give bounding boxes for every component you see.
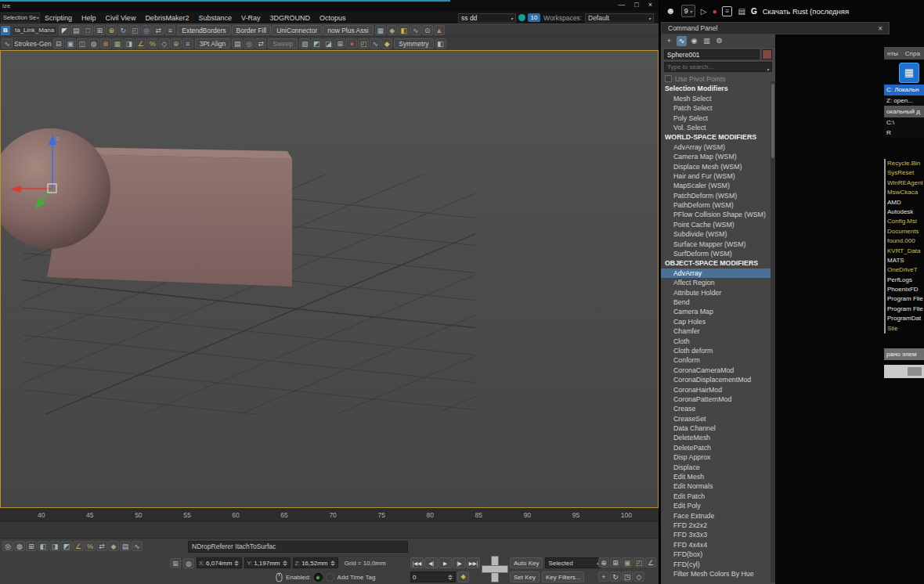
snap-25d-icon[interactable]: ◨ [49,541,60,551]
search-input[interactable] [461,14,502,22]
key-filters-button[interactable]: Key Filters... [542,571,584,582]
modifier-list-item[interactable]: Displace Mesh (WSM) [661,162,775,171]
close-button[interactable]: × [648,1,652,9]
percent-tool-icon[interactable]: % [147,38,158,49]
modifier-list-item[interactable]: Vol. Select [661,123,775,132]
modify-tab-icon[interactable]: ∿ [677,36,687,46]
close-icon[interactable]: × [878,24,882,33]
symmetry-z-icon[interactable]: ◪ [323,38,334,49]
user-icon[interactable]: ☻ [666,5,676,16]
modifier-list-item[interactable]: Camera Map (WSM) [661,152,775,161]
folder-item[interactable]: Program File [887,294,924,304]
symmetry-x-icon[interactable]: ▧ [299,38,310,49]
window-crossing-icon[interactable]: ⊞ [94,25,105,35]
clone-align-icon[interactable]: ⇄ [255,38,266,49]
select-object-icon[interactable]: ◤ [59,25,70,35]
modifier-list-item[interactable]: PatchDeform (WSM) [661,191,775,200]
modifier-list-item[interactable]: Surface Mapper (WSM) [661,240,775,249]
percent-snap-icon[interactable]: % [85,541,96,551]
modifier-list-item[interactable]: CoronaDisplacementMod [661,375,775,384]
explorer-row[interactable]: окальный д [884,106,924,117]
folder-item[interactable]: WinREAgent [887,178,924,188]
folder-item[interactable]: OneDriveT [887,265,924,275]
attach-icon[interactable]: ⊕ [171,38,182,49]
modifier-list-item[interactable]: WORLD-SPACE MODIFIERS [661,132,775,142]
create-tab-icon[interactable]: + [664,36,674,46]
utilities-tab-icon[interactable]: ⚙ [714,36,724,46]
border-fill-button[interactable]: Border Fill [232,25,272,35]
layer-explorer-icon[interactable]: ▦ [375,25,386,35]
modifier-search-combo[interactable] [664,62,772,72]
sweep-button[interactable]: Sweep [268,38,298,49]
absolute-mode-icon[interactable]: ⊞ [26,541,37,551]
folder-item[interactable]: Recycle.Bin [887,159,924,168]
modifier-list-item[interactable]: Point Cache (WSM) [661,220,775,229]
modifier-list-item[interactable]: FFD 3x3x3 [661,530,775,539]
schematic-view-icon[interactable]: ⊙ [422,25,433,35]
angle-tool-icon[interactable]: ∠ [135,38,146,49]
transform-typein-icon[interactable]: ⊞ [170,558,181,568]
modifier-list-item[interactable]: PFlow Collision Shape (WSM) [661,210,775,219]
task-list-icon[interactable]: ≡ [722,6,732,16]
three-point-align-button[interactable]: 3Pt Align [195,38,231,49]
viewport-canvas[interactable]: z [1,51,658,507]
collapse-icon[interactable]: ◆ [381,38,392,49]
perspective-viewport[interactable]: z [0,50,659,508]
modifier-list-item[interactable]: DeletePatch [661,443,775,452]
explorer-row[interactable]: R [884,128,924,138]
orbit-icon[interactable]: ↻ [610,571,621,582]
explorer-row[interactable]: C:\ [884,117,924,128]
modifier-list-item[interactable]: Attribute Holder [661,288,775,297]
maximize-button[interactable]: □ [634,1,638,9]
snap-3d-icon[interactable]: ◩ [61,541,72,551]
modifier-list-item[interactable]: Data Channel [661,424,775,433]
normal-align-icon[interactable]: ▤ [232,38,243,49]
modifier-list-item[interactable]: SurfDeform (WSM) [661,249,775,258]
modifier-list-item[interactable]: Cloth [661,337,775,346]
menu-3dground[interactable]: 3DGROUND [265,12,315,23]
motion-tab-icon[interactable]: ◉ [689,36,699,46]
modifier-list-item[interactable]: Hair and Fur (WSM) [661,171,775,181]
modifier-list-item[interactable]: DeleteMesh [661,433,775,442]
previous-frame-button[interactable]: ◀| [424,557,438,568]
add-time-tag-button[interactable]: Add Time Tag [337,574,376,581]
y-coordinate-field[interactable]: Y: 1,197mm [244,557,290,568]
modifier-search-input[interactable] [667,63,757,70]
coordinate-lock-icon[interactable]: ◍ [183,558,194,568]
send-icon[interactable]: ▷ [701,7,707,16]
menu-octopus[interactable]: Octopus [315,12,351,23]
modifier-list-item[interactable]: Bend [661,297,775,307]
modifier-list-item[interactable]: Mesh Select [661,94,775,103]
extrude-icon[interactable]: ▣ [65,38,76,49]
folder-item[interactable]: MATS [887,256,924,265]
menu-substance[interactable]: Substance [193,12,236,23]
grid-tool-icon[interactable]: ▦ [112,38,123,49]
y-spinner[interactable] [282,558,288,568]
go-to-start-button[interactable]: |◀◀ [410,557,424,568]
display-tab-icon[interactable]: ▥ [702,36,712,46]
zoom-all-icon[interactable]: ⊞ [610,557,621,568]
modifier-list-item[interactable]: AdvArray [661,269,775,278]
edit-keys-icon[interactable]: ◆ [108,541,119,551]
workspace-select[interactable]: Default [585,13,654,23]
menu-help[interactable]: Help [77,12,101,23]
folder-item[interactable]: found.000 [887,236,924,246]
folder-item[interactable]: Sile [887,324,924,333]
x-spinner[interactable] [233,558,240,568]
outline-icon[interactable]: ◇ [159,38,170,49]
command-panel-titlebar[interactable]: Command Panel × [661,22,890,34]
align-icon[interactable]: ≡ [164,25,175,35]
set-key-button[interactable]: Set Key [510,571,540,582]
timeline-ruler[interactable]: 404550556065707580859095100 [0,508,659,521]
time-tag-enabled-toggle[interactable] [314,573,323,582]
link-manager-tab[interactable]: ta_Link_Mana [12,26,57,35]
modifier-list-item[interactable]: PathDeform (WSM) [661,200,775,210]
modifier-list-item[interactable]: Crease [661,404,775,413]
slice-plane-icon[interactable]: ⊞ [334,38,345,49]
inset-icon[interactable]: ◍ [88,38,99,49]
modifier-list-item[interactable]: Filter Mesh Colors By Hue [661,569,775,579]
x-coordinate-field[interactable]: X: 6,074mm [197,557,242,568]
record-toggle-icon[interactable]: ● [346,38,357,49]
select-and-scale-icon[interactable]: ◰ [129,25,140,35]
modifier-list-item[interactable]: FFD 2x2x2 [661,521,775,530]
